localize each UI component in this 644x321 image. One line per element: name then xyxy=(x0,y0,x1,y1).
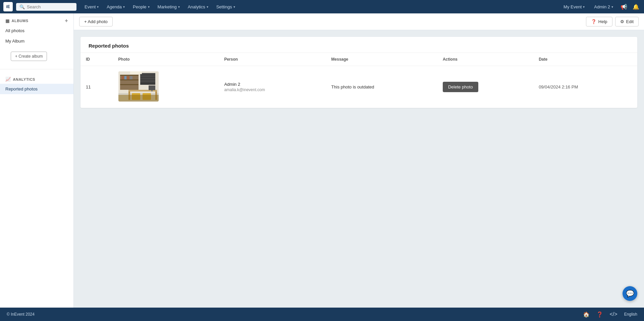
all-photos-label: All photos xyxy=(5,28,24,33)
row-id: 11 xyxy=(86,84,91,89)
logo[interactable]: iE xyxy=(3,2,13,11)
cell-message: This photo is outdated xyxy=(326,66,437,108)
code-icon[interactable]: </> xyxy=(610,311,618,317)
svg-rect-12 xyxy=(120,79,139,80)
svg-rect-13 xyxy=(120,84,139,85)
analytics-icon: 📈 xyxy=(5,77,11,82)
bottombar-right: 🏠 ❓ </> English xyxy=(583,311,638,318)
row-message: This photo is outdated xyxy=(331,84,374,89)
language-label[interactable]: English xyxy=(624,312,637,317)
nav-analytics-label: Analytics xyxy=(188,4,205,9)
cell-actions: Delete photo xyxy=(437,66,533,108)
albums-section-header: ▦ ALBUMS + xyxy=(0,13,73,25)
svg-rect-19 xyxy=(149,85,155,90)
add-photo-button[interactable]: + Add photo xyxy=(79,17,113,26)
svg-rect-21 xyxy=(122,76,124,79)
search-box[interactable]: 🔍 xyxy=(16,3,76,11)
albums-section-label: ALBUMS xyxy=(12,19,29,23)
svg-rect-3 xyxy=(140,73,155,74)
my-event-dropdown[interactable]: My Event ▾ xyxy=(560,0,588,13)
help-button[interactable]: ❓ Help xyxy=(586,17,612,26)
row-date: 09/04/2024 2:16 PM xyxy=(539,84,578,89)
bottom-bar: © InEvent 2024 🏠 ❓ </> English xyxy=(0,308,644,321)
reported-photos-card: Reported photos ID Photo Person Message … xyxy=(80,37,637,108)
sidebar-item-my-album[interactable]: My Album xyxy=(0,36,73,46)
help-icon: ❓ xyxy=(591,19,596,24)
svg-rect-8 xyxy=(140,81,155,82)
help-label: Help xyxy=(598,19,607,24)
table-title: Reported photos xyxy=(89,43,129,49)
admin-label: Admin 2 xyxy=(594,4,610,9)
col-person: Person xyxy=(219,53,326,66)
broadcast-icon[interactable]: 📢 xyxy=(619,2,629,11)
svg-rect-9 xyxy=(130,71,142,74)
create-album-label: + Create album xyxy=(15,54,43,59)
delete-photo-button[interactable]: Delete photo xyxy=(443,82,478,92)
albums-icon: ▦ xyxy=(5,18,10,23)
edit-button[interactable]: ⚙ Edit xyxy=(615,17,639,26)
edit-label: Edit xyxy=(626,19,634,24)
svg-rect-23 xyxy=(127,76,129,79)
create-album-button[interactable]: + Create album xyxy=(11,52,47,61)
table-header-row: ID Photo Person Message Actions Date xyxy=(80,53,637,66)
table-wrapper: ID Photo Person Message Actions Date 11 xyxy=(80,53,637,108)
col-date: Date xyxy=(533,53,637,66)
gear-icon: ⚙ xyxy=(620,19,624,24)
sidebar: ▦ ALBUMS + All photos My Album + Create … xyxy=(0,13,74,308)
svg-rect-5 xyxy=(140,76,155,77)
chevron-down-icon: ▾ xyxy=(97,5,99,9)
sidebar-divider xyxy=(0,69,73,69)
reported-photos-label: Reported photos xyxy=(5,86,38,91)
nav-settings[interactable]: Settings ▾ xyxy=(213,0,238,13)
svg-rect-7 xyxy=(140,80,155,80)
admin-dropdown[interactable]: Admin 2 ▾ xyxy=(591,0,616,13)
table-body: 11 xyxy=(80,66,637,108)
sidebar-item-reported-photos[interactable]: Reported photos xyxy=(0,84,73,94)
svg-rect-4 xyxy=(140,75,155,75)
photo-thumbnail xyxy=(118,71,159,102)
toolbar-right: ❓ Help ⚙ Edit xyxy=(586,17,639,26)
nav-event[interactable]: Event ▾ xyxy=(81,0,102,13)
col-message: Message xyxy=(326,53,437,66)
help-icon[interactable]: ❓ xyxy=(596,311,603,318)
svg-rect-20 xyxy=(151,90,153,91)
col-photo: Photo xyxy=(113,53,219,66)
cell-person: Admin 2 amalia.k@inevent.com xyxy=(219,66,326,108)
my-album-label: My Album xyxy=(5,39,24,44)
nav-event-label: Event xyxy=(85,4,96,9)
main-content: + Add photo ❓ Help ⚙ Edit Reported photo… xyxy=(74,13,644,308)
chat-bubble-button[interactable]: 💬 xyxy=(623,286,637,301)
person-email: amalia.k@inevent.com xyxy=(224,87,320,92)
card-title: Reported photos xyxy=(80,37,637,53)
main-toolbar: + Add photo ❓ Help ⚙ Edit xyxy=(74,13,644,30)
add-photo-label: + Add photo xyxy=(84,19,108,24)
nav-agenda[interactable]: Agenda ▾ xyxy=(103,0,128,13)
svg-rect-22 xyxy=(124,76,126,79)
reported-photos-table: ID Photo Person Message Actions Date 11 xyxy=(80,53,637,108)
chevron-down-icon: ▾ xyxy=(148,5,150,9)
chevron-down-icon: ▾ xyxy=(178,5,180,9)
nav-people[interactable]: People ▾ xyxy=(129,0,153,13)
nav-marketing[interactable]: Marketing ▾ xyxy=(154,0,183,13)
chevron-down-icon: ▾ xyxy=(123,5,125,9)
cell-id: 11 xyxy=(80,66,113,108)
search-icon: 🔍 xyxy=(19,4,25,9)
svg-rect-6 xyxy=(140,78,155,79)
cell-photo xyxy=(113,66,219,108)
top-navigation: iE 🔍 Event ▾ Agenda ▾ People ▾ Marketing… xyxy=(0,0,644,13)
col-id: ID xyxy=(80,53,113,66)
col-actions: Actions xyxy=(437,53,533,66)
nav-analytics[interactable]: Analytics ▾ xyxy=(184,0,212,13)
add-album-button[interactable]: + xyxy=(65,18,68,23)
search-input[interactable] xyxy=(27,4,73,9)
sidebar-item-all-photos[interactable]: All photos xyxy=(0,25,73,36)
chevron-down-icon: ▾ xyxy=(233,5,235,9)
svg-rect-25 xyxy=(118,95,159,102)
home-icon[interactable]: 🏠 xyxy=(583,311,590,318)
topnav-right: My Event ▾ Admin 2 ▾ 📢 🔔 xyxy=(560,0,641,13)
table-row: 11 xyxy=(80,66,637,108)
chevron-down-icon: ▾ xyxy=(207,5,208,9)
copyright-text: © InEvent 2024 xyxy=(7,312,35,317)
nav-people-label: People xyxy=(133,4,146,9)
bell-icon[interactable]: 🔔 xyxy=(631,2,641,11)
